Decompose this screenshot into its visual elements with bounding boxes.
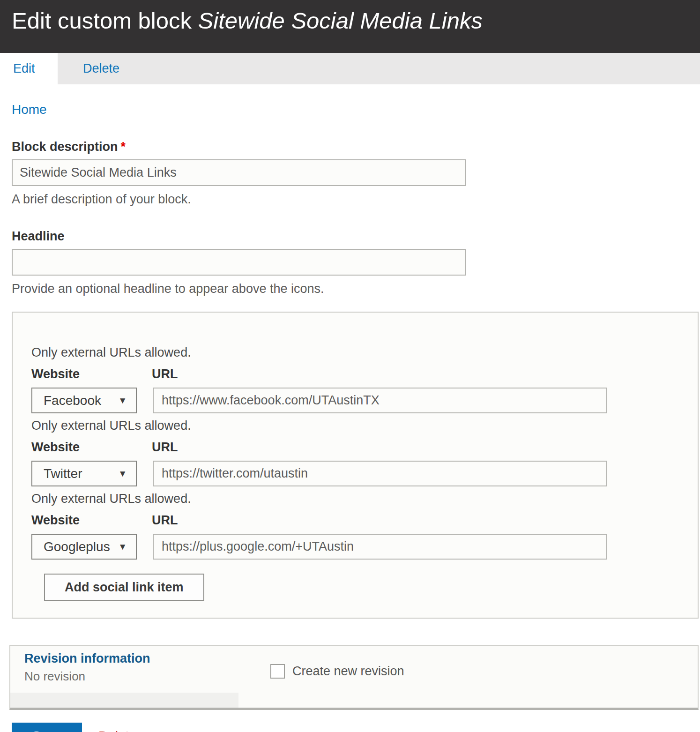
website-select[interactable]: Googleplus ▼ — [31, 534, 137, 560]
vertical-tabs-menu: Revision information No revision — [10, 646, 238, 708]
tab-delete-label: Delete — [83, 61, 119, 76]
website-select[interactable]: Twitter ▼ — [31, 461, 137, 486]
revision-pane: Create new revision — [238, 646, 698, 708]
website-select-value: Facebook — [44, 393, 101, 408]
save-button[interactable]: Save — [12, 723, 82, 732]
social-link-row: Twitter ▼ — [31, 461, 679, 486]
website-select-value: Twitter — [44, 466, 82, 481]
block-description-help: A brief description of your block. — [12, 192, 688, 207]
external-url-note: Only external URLs allowed. — [31, 492, 679, 506]
dropdown-arrow-icon: ▼ — [118, 469, 127, 479]
block-description-input[interactable] — [12, 159, 466, 186]
url-input[interactable] — [153, 534, 607, 560]
primary-tabs: Edit Delete — [0, 53, 700, 84]
website-select-value: Googleplus — [44, 539, 110, 554]
page-title-block-name: Sitewide Social Media Links — [198, 8, 483, 33]
create-new-revision-label: Create new revision — [292, 664, 404, 679]
main-content: Home Block description* A brief descript… — [0, 102, 700, 732]
create-new-revision-row: Create new revision — [270, 664, 698, 679]
block-description-label: Block description* — [12, 140, 688, 154]
website-label: Website — [31, 367, 152, 381]
form-actions: Save Delete — [12, 723, 688, 732]
breadcrumb: Home — [12, 102, 688, 117]
social-links-fieldset: Only external URLs allowed. Website URL … — [12, 312, 699, 619]
headline-label: Headline — [12, 229, 688, 244]
revision-summary: No revision — [24, 669, 238, 684]
url-label: URL — [152, 367, 178, 381]
tab-delete[interactable]: Delete — [58, 53, 119, 84]
website-label: Website — [31, 513, 152, 528]
headline-help: Provide an optional headline to appear a… — [12, 282, 688, 296]
headline-input[interactable] — [12, 249, 466, 276]
add-social-link-button[interactable]: Add social link item — [44, 574, 204, 601]
social-link-label-row: Website URL — [31, 513, 679, 528]
delete-link[interactable]: Delete — [98, 729, 136, 732]
url-input[interactable] — [153, 461, 607, 486]
page-header: Edit custom block Sitewide Social Media … — [0, 0, 700, 53]
page-title-prefix: Edit custom block — [12, 8, 198, 33]
block-description-label-text: Block description — [12, 140, 118, 154]
social-link-row: Googleplus ▼ — [31, 534, 679, 560]
url-label: URL — [152, 513, 178, 528]
tab-edit-label: Edit — [13, 61, 35, 76]
website-select[interactable]: Facebook ▼ — [31, 388, 137, 413]
home-link[interactable]: Home — [12, 102, 47, 117]
social-link-row: Facebook ▼ — [31, 388, 679, 413]
url-input[interactable] — [153, 388, 607, 413]
create-new-revision-checkbox[interactable] — [270, 664, 285, 679]
website-label: Website — [31, 440, 152, 455]
vertical-tab-revision-information[interactable]: Revision information No revision — [10, 646, 238, 693]
vertical-tabs-filler — [10, 693, 238, 708]
social-link-label-row: Website URL — [31, 440, 679, 455]
revision-information-title: Revision information — [24, 651, 238, 666]
dropdown-arrow-icon: ▼ — [118, 542, 127, 552]
social-link-label-row: Website URL — [31, 367, 679, 381]
external-url-note: Only external URLs allowed. — [31, 345, 679, 360]
external-url-note: Only external URLs allowed. — [31, 418, 679, 433]
revision-panel: Revision information No revision Create … — [9, 645, 699, 710]
required-marker: * — [121, 140, 126, 154]
dropdown-arrow-icon: ▼ — [118, 396, 127, 406]
url-label: URL — [152, 440, 178, 455]
tab-edit[interactable]: Edit — [0, 53, 58, 84]
page-title: Edit custom block Sitewide Social Media … — [12, 7, 700, 35]
